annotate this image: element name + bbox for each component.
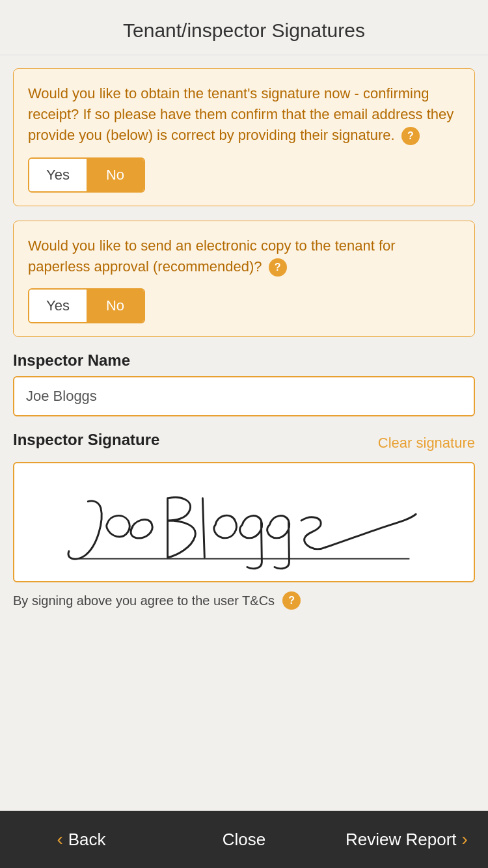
tenant-signature-card: Would you like to obtain the tenant's si…: [13, 68, 475, 206]
close-label: Close: [223, 830, 265, 850]
signature-svg: [14, 463, 474, 581]
main-content: Would you like to obtain the tenant's si…: [0, 55, 488, 811]
page-header: Tenant/inspector Signatures: [0, 0, 488, 55]
close-button[interactable]: Close: [163, 811, 325, 868]
inspector-name-input[interactable]: [13, 376, 475, 416]
signature-canvas[interactable]: [13, 462, 475, 582]
signature-header: Inspector Signature Clear signature: [13, 431, 475, 455]
back-chevron-icon: ‹: [57, 829, 62, 850]
review-report-button[interactable]: Review Report ›: [325, 811, 488, 868]
help-icon-2[interactable]: ?: [269, 258, 287, 277]
tenant-sig-no-button[interactable]: No: [87, 159, 144, 191]
electronic-copy-yes-button[interactable]: Yes: [29, 290, 87, 322]
back-label: Back: [68, 830, 106, 850]
review-chevron-icon: ›: [462, 829, 468, 850]
electronic-copy-question: Would you like to send an electronic cop…: [28, 236, 460, 277]
help-icon-1[interactable]: ?: [401, 127, 420, 145]
electronic-copy-toggle: Yes No: [28, 288, 145, 323]
back-button[interactable]: ‹ Back: [0, 811, 163, 868]
electronic-copy-card: Would you like to send an electronic cop…: [13, 221, 475, 338]
tenant-signature-question: Would you like to obtain the tenant's si…: [28, 83, 460, 146]
tenant-signature-toggle: Yes No: [28, 157, 145, 193]
tenant-sig-yes-button[interactable]: Yes: [29, 159, 87, 191]
terms-line: By signing above you agree to the user T…: [13, 591, 475, 620]
review-report-label: Review Report: [346, 830, 457, 850]
clear-signature-button[interactable]: Clear signature: [378, 435, 475, 452]
inspector-signature-label: Inspector Signature: [13, 431, 159, 449]
inspector-name-section: Inspector Name: [13, 351, 475, 431]
bottom-navigation: ‹ Back Close Review Report ›: [0, 811, 488, 868]
inspector-signature-section: Inspector Signature Clear signature: [13, 431, 475, 582]
electronic-copy-no-button[interactable]: No: [87, 290, 144, 322]
page-title: Tenant/inspector Signatures: [13, 20, 475, 42]
help-icon-terms[interactable]: ?: [282, 591, 301, 610]
inspector-name-label: Inspector Name: [13, 351, 475, 370]
